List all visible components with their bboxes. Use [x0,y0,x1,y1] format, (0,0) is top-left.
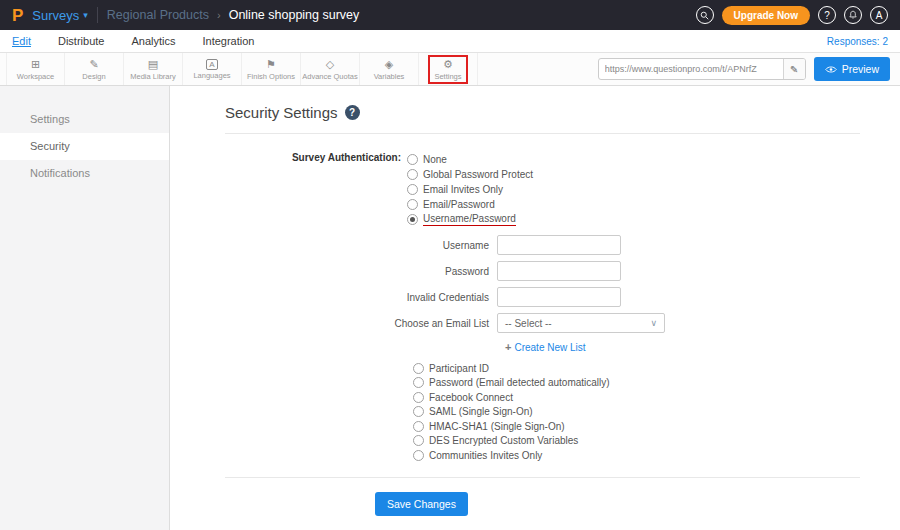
breadcrumb-separator: › [217,9,221,21]
invalid-credentials-input[interactable] [497,287,621,307]
media-library-icon: ▤ [148,58,158,71]
radio-icon[interactable] [413,392,424,403]
auth-options-bottom: Participant ID Password (Email detected … [413,361,860,463]
breadcrumb-parent[interactable]: Regional Products [107,8,209,22]
radio-icon[interactable] [413,421,424,432]
finish-options-icon: ⚑ [266,58,276,71]
breadcrumb-current: Online shopping survey [229,8,360,22]
radio-icon[interactable] [413,377,424,388]
surveys-menu-label: Surveys [32,8,79,23]
title-help-icon[interactable]: ? [345,105,360,120]
toolbar-item-variables[interactable]: ◈ Variables [360,53,419,85]
gear-icon: ⚙ [443,58,453,71]
toolbar-item-label: Languages [193,71,230,80]
radio-option-username-password[interactable]: Username/Password [407,212,533,227]
variables-icon: ◈ [385,58,393,71]
radio-icon-selected[interactable] [407,214,418,225]
radio-icon[interactable] [407,169,418,180]
toolbar-item-label: Workspace [17,72,54,81]
radio-option-communities-invites[interactable]: Communities Invites Only [413,448,860,463]
sidebar-item-security[interactable]: Security [0,133,169,160]
radio-option-password-email-detected[interactable]: Password (Email detected automatically) [413,376,860,391]
avatar[interactable]: A [870,6,888,24]
toolbar: ⊞ Workspace ✎ Design ▤ Media Library A L… [0,53,900,86]
responses-count[interactable]: Responses: 2 [827,36,888,47]
help-icon[interactable]: ? [818,6,836,24]
radio-option-participant-id[interactable]: Participant ID [413,361,860,376]
radio-icon[interactable] [407,154,418,165]
radio-option-global-password[interactable]: Global Password Protect [407,167,533,182]
toolbar-url-group: ✎ Preview [598,53,894,85]
email-list-label: Choose an Email List [225,318,497,329]
preview-button[interactable]: Preview [814,57,890,81]
surveys-menu[interactable]: Surveys ▾ [32,8,88,23]
settings-sidebar: Settings Security Notifications [0,86,170,530]
email-list-selected-value: -- Select -- [505,318,552,329]
search-icon[interactable] [696,6,714,24]
settings-annotation-highlight: ⚙ Settings [428,55,467,84]
toolbar-item-advance-quotas[interactable]: ◇ Advance Quotas [301,53,360,85]
edit-url-pencil-icon[interactable]: ✎ [783,59,805,79]
username-input[interactable] [497,235,621,255]
upgrade-now-button[interactable]: Upgrade Now [722,6,810,25]
eye-icon [825,65,837,74]
toolbar-item-finish-options[interactable]: ⚑ Finish Options [242,53,301,85]
toolbar-item-design[interactable]: ✎ Design [65,53,124,85]
password-row: Password [225,261,860,281]
design-icon: ✎ [89,58,98,71]
username-label: Username [225,240,497,251]
toolbar-item-label: Variables [374,72,405,81]
radio-option-saml[interactable]: SAML (Single Sign-On) [413,405,860,420]
save-area: Save Changes [225,477,860,516]
workspace-icon: ⊞ [31,58,40,71]
survey-url-input[interactable] [599,64,783,74]
toolbar-item-settings[interactable]: ⚙ Settings [419,53,478,85]
chevron-down-icon: ∨ [650,318,657,328]
username-password-annotation-underline: Username/Password [423,213,516,226]
radio-option-facebook-connect[interactable]: Facebook Connect [413,390,860,405]
title-divider [225,133,860,134]
username-row: Username [225,235,860,255]
radio-option-hmac-sha1[interactable]: HMAC-SHA1 (Single Sign-On) [413,419,860,434]
survey-authentication-label: Survey Authentication: [225,152,407,227]
radio-option-email-password[interactable]: Email/Password [407,197,533,212]
radio-icon[interactable] [407,184,418,195]
create-new-list-link[interactable]: + Create New List [505,339,860,355]
radio-option-des-encrypted[interactable]: DES Encrypted Custom Variables [413,434,860,449]
toolbar-item-label: Settings [434,72,461,81]
toolbar-item-media-library[interactable]: ▤ Media Library [124,53,183,85]
radio-icon[interactable] [413,435,424,446]
credential-fields: Username Password Invalid Credentials Ch… [225,235,860,355]
radio-option-none[interactable]: None [407,152,533,167]
email-list-row: Choose an Email List -- Select -- ∨ [225,313,860,333]
radio-option-email-invites-only[interactable]: Email Invites Only [407,182,533,197]
toolbar-item-languages[interactable]: A Languages [183,53,242,85]
survey-url-box: ✎ [598,58,806,80]
password-label: Password [225,266,497,277]
security-form: Survey Authentication: None Global Passw… [225,152,860,516]
toolbar-item-workspace[interactable]: ⊞ Workspace [6,53,65,85]
preview-button-label: Preview [842,63,879,75]
password-input[interactable] [497,261,621,281]
languages-icon: A [206,59,217,70]
tab-edit[interactable]: Edit [12,35,31,47]
tab-analytics[interactable]: Analytics [131,35,175,47]
radio-icon[interactable] [413,363,424,374]
save-changes-button[interactable]: Save Changes [375,492,468,516]
radio-icon[interactable] [413,406,424,417]
topbar-actions: Upgrade Now ? A [696,6,888,25]
menubar: Edit Distribute Analytics Integration Re… [0,30,900,53]
radio-icon[interactable] [413,450,424,461]
sidebar-item-settings[interactable]: Settings [0,106,169,133]
sidebar-item-notifications[interactable]: Notifications [0,160,169,187]
notifications-bell-icon[interactable] [844,6,862,24]
toolbar-item-label: Media Library [130,72,175,81]
caret-down-icon: ▾ [83,10,88,20]
invalid-credentials-label: Invalid Credentials [225,292,497,303]
questionpro-logo[interactable]: P [12,7,23,24]
tab-integration[interactable]: Integration [202,35,254,47]
create-new-list-label: Create New List [514,342,585,353]
tab-distribute[interactable]: Distribute [58,35,104,47]
radio-icon[interactable] [407,199,418,210]
email-list-select[interactable]: -- Select -- ∨ [497,313,665,333]
